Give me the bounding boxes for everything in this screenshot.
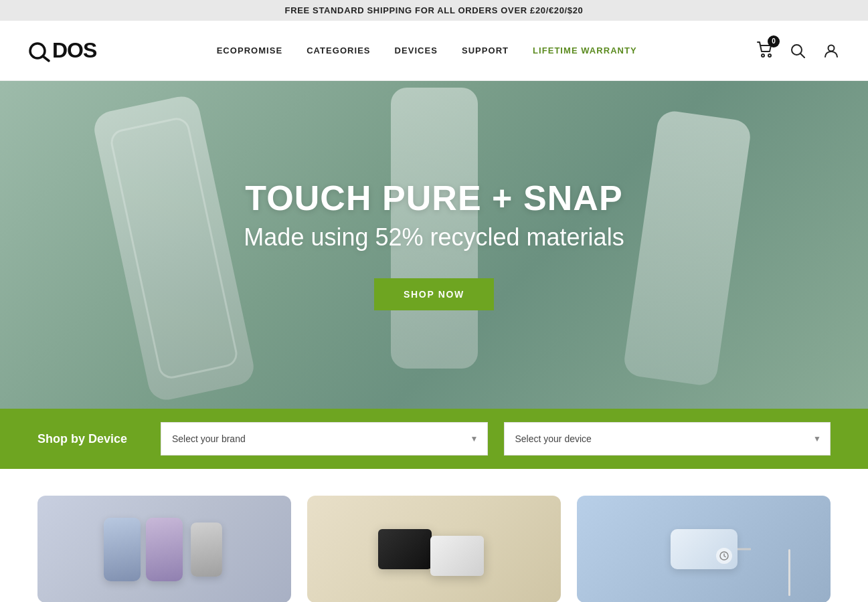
hero-title: TOUCH PURE + SNAP <box>244 179 624 217</box>
mini-phone-3 <box>191 522 222 577</box>
announcement-bar: FREE STANDARD SHIPPING FOR ALL ORDERS OV… <box>0 0 868 21</box>
hero-phone-case-left <box>91 93 257 403</box>
nav-warranty[interactable]: LIFETIME WARRANTY <box>533 45 637 56</box>
screen-light <box>430 536 484 576</box>
shop-now-button[interactable]: SHOP NOW <box>374 278 494 310</box>
svg-line-1 <box>43 56 49 61</box>
product-card-cases[interactable] <box>37 496 291 602</box>
screen-dark <box>378 529 432 569</box>
nav-devices[interactable]: DEVICES <box>395 45 438 56</box>
product-cards-section <box>0 469 868 602</box>
account-button[interactable] <box>821 41 841 61</box>
search-button[interactable] <box>788 41 808 61</box>
logo-icon <box>27 39 51 63</box>
logo-text: DOS <box>52 38 96 63</box>
device-select[interactable]: Select your device <box>504 422 831 456</box>
header-icons: 0 <box>757 41 841 61</box>
main-nav: ECOPROMISE CATEGORIES DEVICES SUPPORT LI… <box>217 45 637 56</box>
hero-content: TOUCH PURE + SNAP Made using 52% recycle… <box>244 179 624 310</box>
device-select-wrap: Select your device ▼ <box>504 422 831 456</box>
charger-device <box>671 529 737 569</box>
hero-phone-case-right <box>622 109 752 387</box>
screen-protectors-illustration <box>307 496 561 602</box>
search-icon <box>790 43 805 58</box>
logo[interactable]: DOS <box>27 38 96 63</box>
brand-select[interactable]: Select your brand Apple Samsung Google O… <box>161 422 488 456</box>
mini-phone-1 <box>104 518 141 581</box>
account-icon <box>824 43 839 58</box>
header: DOS ECOPROMISE CATEGORIES DEVICES SUPPOR… <box>0 21 868 81</box>
product-card-screen-protectors[interactable] <box>307 496 561 602</box>
shop-by-label: Shop by Device <box>37 432 145 446</box>
nav-categories[interactable]: CATEGORIES <box>307 45 370 56</box>
nav-support[interactable]: SUPPORT <box>462 45 509 56</box>
charger-icon <box>719 551 729 561</box>
nav-ecopromise[interactable]: ECOPROMISE <box>217 45 283 56</box>
cart-badge: 0 <box>768 35 780 47</box>
svg-point-2 <box>762 54 764 57</box>
svg-line-5 <box>800 54 804 58</box>
shop-by-device-bar: Shop by Device Select your brand Apple S… <box>0 409 868 469</box>
svg-point-3 <box>768 54 771 57</box>
cases-illustration <box>37 496 291 602</box>
hero-section: TOUCH PURE + SNAP Made using 52% recycle… <box>0 81 868 409</box>
announcement-text: FREE STANDARD SHIPPING FOR ALL ORDERS OV… <box>285 5 584 15</box>
hero-subtitle: Made using 52% recycled materials <box>244 223 624 252</box>
chargers-illustration <box>577 496 831 602</box>
svg-point-6 <box>829 45 835 51</box>
mini-phone-2 <box>146 518 183 581</box>
product-card-chargers[interactable] <box>577 496 831 602</box>
cable <box>788 549 790 596</box>
cart-button[interactable]: 0 <box>757 41 774 61</box>
brand-select-wrap: Select your brand Apple Samsung Google O… <box>161 422 488 456</box>
